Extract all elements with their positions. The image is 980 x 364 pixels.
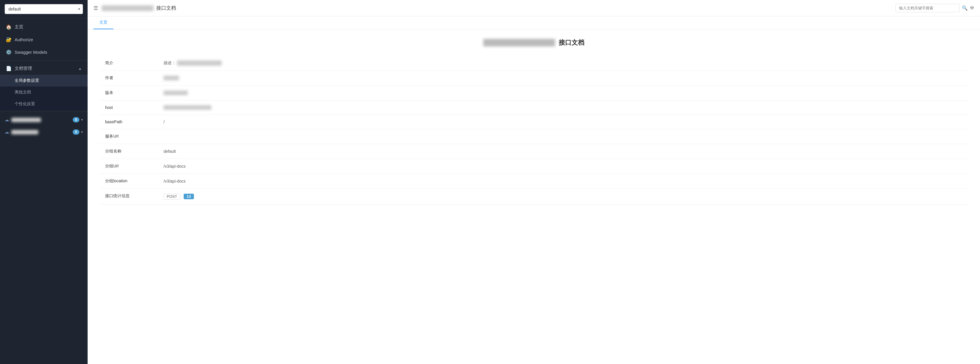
row-api-stats-label: 接口统计信息 xyxy=(99,189,158,204)
lang-toggle[interactable]: 中 xyxy=(970,6,974,11)
title-blurred-text: ████ ██ ████████ xyxy=(102,5,154,11)
sidebar-item-swagger-models[interactable]: ⚙️ Swagger Models xyxy=(0,46,88,58)
row-intro-value: 描述： 用██████████████ xyxy=(158,56,968,71)
row-group-name-label: 分组名称 xyxy=(99,144,158,159)
row-host-value: ███ ███ ██ ████ ███ xyxy=(158,101,968,115)
row-group-location-value: /v3/api-docs xyxy=(158,174,968,189)
home-icon: 🏠 xyxy=(6,24,12,30)
row-basepath-value: / xyxy=(158,115,968,129)
sidebar-item-home[interactable]: 🏠 主页 xyxy=(0,21,88,33)
row-service-url: 服务Url xyxy=(99,129,968,144)
nav-divider xyxy=(0,60,88,61)
title-suffix: 接口文档 xyxy=(156,5,176,11)
doc-icon: 📄 xyxy=(6,66,12,71)
offline-docs-label: 离线文档 xyxy=(14,90,31,95)
select-wrapper[interactable]: default xyxy=(0,0,88,18)
service1-left: ☁ ███████████ xyxy=(5,117,41,122)
row-version: 版本 ████ ████ xyxy=(99,86,968,101)
tab-home[interactable]: 主页 xyxy=(94,16,113,29)
project-select[interactable]: default xyxy=(5,4,83,14)
row-group-url: 分组Url /v3/api-docs xyxy=(99,159,968,174)
row-intro-label: 简介 xyxy=(99,56,158,71)
row-group-name-value: default xyxy=(158,144,968,159)
row-version-label: 版本 xyxy=(99,86,158,101)
row-group-location: 分组location /v3/api-docs xyxy=(99,174,968,189)
sidebar-item-authorize[interactable]: 🔐 Authorize xyxy=(0,33,88,46)
lock-icon: 🔐 xyxy=(6,37,12,42)
service1-chevron: ▾ xyxy=(81,118,83,122)
service1-right: 8 ▾ xyxy=(73,117,83,122)
main-content: ████ ███ ████████ 接口文档 简介 描述： 用█████████… xyxy=(88,29,980,364)
sidebar-service-1[interactable]: ☁ ███████████ 8 ▾ xyxy=(0,113,88,126)
service1-label: ███████████ xyxy=(11,118,41,122)
sidebar-item-swagger-label: Swagger Models xyxy=(14,49,47,54)
sidebar-sub-personalize[interactable]: 个性化设置 xyxy=(0,98,88,110)
row-group-location-label: 分组location xyxy=(99,174,158,189)
row-author: 作者 ████ █ xyxy=(99,71,968,86)
row-basepath: basePath / xyxy=(99,115,968,129)
sidebar-item-home-label: 主页 xyxy=(14,24,23,30)
sidebar-sub-offline-docs[interactable]: 离线文档 xyxy=(0,86,88,98)
service2-left: ☁ ██████████ xyxy=(5,129,38,135)
host-blurred: ███ ███ ██ ████ ███ xyxy=(164,105,212,110)
tab-home-label: 主页 xyxy=(99,20,107,24)
row-basepath-label: basePath xyxy=(99,115,158,129)
service2-label: ██████████ xyxy=(11,130,38,134)
topbar: ☰ ████ ██ ████████ 接口文档 🔍 中 xyxy=(88,0,980,16)
row-author-label: 作者 xyxy=(99,71,158,86)
page-title: ████ ██ ████████ 接口文档 xyxy=(102,5,892,11)
row-author-value: ████ █ xyxy=(158,71,968,86)
sidebar-nav: 🏠 主页 🔐 Authorize ⚙️ Swagger Models 📄 文档管… xyxy=(0,18,88,140)
cloud-icon-1: ☁ xyxy=(5,117,9,122)
sidebar: default 🏠 主页 🔐 Authorize ⚙️ Swagger Mode… xyxy=(0,0,88,364)
sidebar-sub-menu: 全局参数设置 离线文档 个性化设置 xyxy=(0,75,88,110)
row-intro: 简介 描述： 用██████████████ xyxy=(99,56,968,71)
doc-title-blurred: ████ ███ ████████ xyxy=(483,39,555,46)
row-group-url-value: /v3/api-docs xyxy=(158,159,968,174)
search-icon[interactable]: 🔍 xyxy=(962,5,968,11)
tab-bar: 主页 xyxy=(88,16,980,29)
post-method-badge: POST xyxy=(164,193,180,200)
row-version-value: ████ ████ xyxy=(158,86,968,101)
row-host: host ███ ███ ██ ████ ███ xyxy=(99,101,968,115)
cloud-icon-2: ☁ xyxy=(5,129,9,135)
version-blurred: ████ ████ xyxy=(164,91,188,95)
sidebar-service-2[interactable]: ☁ ██████████ 5 ▾ xyxy=(0,126,88,138)
intro-desc-prefix: 描述： xyxy=(164,61,176,65)
service-divider xyxy=(0,112,88,112)
author-blurred: ████ █ xyxy=(164,76,179,80)
section-left: 📄 文档管理 xyxy=(6,66,32,71)
sidebar-section-doc-mgmt[interactable]: 📄 文档管理 ▲ xyxy=(0,62,88,75)
search-input[interactable] xyxy=(895,4,959,12)
row-service-url-label: 服务Url xyxy=(99,129,158,144)
sidebar-sub-global-params[interactable]: 全局参数设置 xyxy=(0,75,88,86)
doc-title: ████ ███ ████████ 接口文档 xyxy=(99,38,968,47)
global-params-label: 全局参数设置 xyxy=(14,78,39,83)
service1-badge: 8 xyxy=(73,117,80,122)
row-api-stats-value: POST 13 xyxy=(158,189,968,204)
doc-title-suffix: 接口文档 xyxy=(558,39,584,46)
service2-right: 5 ▾ xyxy=(73,129,83,135)
sidebar-section-label: 文档管理 xyxy=(14,66,32,71)
row-service-url-value xyxy=(158,129,968,144)
gear-icon: ⚙️ xyxy=(6,49,12,55)
sidebar-item-authorize-label: Authorize xyxy=(14,37,33,42)
personalize-label: 个性化设置 xyxy=(14,101,35,107)
row-group-name: 分组名称 default xyxy=(99,144,968,159)
menu-icon[interactable]: ☰ xyxy=(94,5,98,11)
row-host-label: host xyxy=(99,101,158,115)
search-area: 🔍 中 xyxy=(895,4,974,12)
service2-chevron: ▾ xyxy=(81,130,83,134)
row-group-url-label: 分组Url xyxy=(99,159,158,174)
service2-badge: 5 xyxy=(73,129,80,135)
chevron-up-icon: ▲ xyxy=(78,67,82,71)
intro-desc-blurred: 用██████████████ xyxy=(177,61,222,66)
row-api-stats: 接口统计信息 POST 13 xyxy=(99,189,968,204)
info-table: 简介 描述： 用██████████████ 作者 ████ █ 版本 ███ xyxy=(99,56,968,204)
api-count-badge: 13 xyxy=(184,194,194,199)
main-area: ☰ ████ ██ ████████ 接口文档 🔍 中 主页 ████ ███ … xyxy=(88,0,980,364)
